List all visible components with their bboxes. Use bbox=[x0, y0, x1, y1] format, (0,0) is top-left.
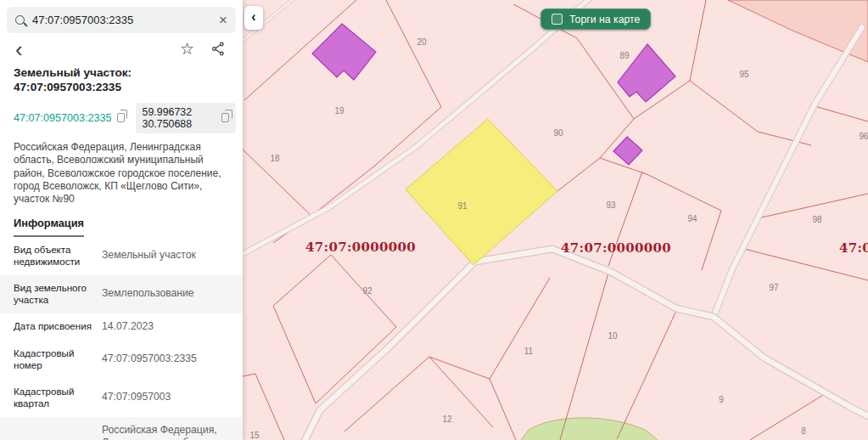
parcel-number: 20 bbox=[417, 37, 427, 47]
parcel-number: 91 bbox=[457, 201, 468, 211]
quarter-code-label: 47:07:0000000 bbox=[305, 240, 416, 255]
back-icon[interactable]: ‹ bbox=[10, 42, 28, 57]
parcel-number: 19 bbox=[334, 106, 344, 116]
quarter-code-label: 47:07:0000000 bbox=[561, 240, 671, 256]
coordinates-chip: 59.996732 30.750688 bbox=[136, 103, 236, 133]
favorite-icon[interactable]: ☆ bbox=[180, 41, 194, 57]
row-value: 47:07:0957003 bbox=[102, 391, 171, 404]
table-row: Вид объекта недвижимости Земельный участ… bbox=[0, 237, 243, 275]
parcel-number: 94 bbox=[687, 214, 697, 223]
copy-icon[interactable] bbox=[117, 113, 125, 122]
row-label: Вид объекта недвижимости bbox=[14, 244, 92, 268]
table-row: Кадастровый квартал 47:07:0957003 bbox=[0, 379, 243, 417]
row-label: Кадастровый квартал bbox=[14, 386, 92, 410]
clear-search-icon[interactable]: × bbox=[219, 13, 227, 27]
parcel-number: 8 bbox=[801, 426, 806, 436]
row-value: 14.07.2023 bbox=[102, 320, 154, 334]
table-row: Вид земельного участка Землепользование bbox=[0, 275, 243, 313]
auctions-button-label: Торги на карте bbox=[569, 14, 640, 25]
map-area: 47:07:0000000 47:07:0000000 47:07:000000… bbox=[243, 0, 868, 440]
table-row: Кадастровый номер 47:07:0957003:2335 bbox=[0, 341, 243, 379]
cadastral-map-app: × ‹ ☆ Земельный участок: 47:07:0957003:2… bbox=[0, 0, 868, 440]
search-icon bbox=[15, 15, 25, 25]
row-value: Земельный участок bbox=[102, 249, 196, 262]
parcel-number: 96 bbox=[859, 132, 868, 141]
row-label: Вид земельного участка bbox=[14, 282, 92, 307]
cadnum-link[interactable]: 47:07:0957003:2335 bbox=[14, 112, 112, 124]
row-label: Кадастровый номер bbox=[14, 347, 92, 372]
parcel-number: 90 bbox=[553, 128, 563, 138]
row-value: Российская Федерация, Ленинградская обла… bbox=[102, 424, 229, 440]
coordinates-value: 59.996732 30.750688 bbox=[143, 106, 215, 130]
tab-information[interactable]: Информация bbox=[14, 217, 84, 237]
address-text: Российская Федерация, Ленинградская обла… bbox=[14, 141, 229, 206]
parcel-number: 12 bbox=[442, 415, 452, 424]
info-table: Вид объекта недвижимости Земельный участ… bbox=[0, 237, 243, 440]
search-input[interactable] bbox=[32, 14, 211, 26]
parcel-number: 9 bbox=[719, 395, 724, 404]
parcel-number: 95 bbox=[739, 70, 749, 79]
checkbox-icon[interactable] bbox=[552, 14, 563, 25]
parcel-number: 98 bbox=[812, 215, 822, 224]
parcel-number: 93 bbox=[606, 200, 616, 210]
search-bar[interactable]: × bbox=[7, 7, 236, 33]
tab-bar: Информация bbox=[14, 215, 236, 237]
parcel-number: 97 bbox=[769, 283, 779, 292]
parcel-number: 15 bbox=[249, 431, 260, 440]
share-icon[interactable] bbox=[211, 42, 226, 56]
page-title: Земельный участок: 47:07:0957003:2335 bbox=[14, 66, 236, 95]
quarter-code-label: 47:07:0000000 bbox=[839, 240, 868, 256]
parcel-number: 11 bbox=[524, 347, 534, 356]
parcel-number: 18 bbox=[270, 154, 280, 163]
row-value: Землепользование bbox=[102, 287, 194, 301]
table-row: Адрес Российская Федерация, Ленинградска… bbox=[0, 417, 243, 440]
row-value: 47:07:0957003:2335 bbox=[102, 353, 197, 366]
sidebar: × ‹ ☆ Земельный участок: 47:07:0957003:2… bbox=[0, 0, 243, 440]
chevron-left-icon: ‹ bbox=[251, 9, 255, 25]
row-label: Дата присвоения bbox=[14, 320, 92, 332]
toolbar: ‹ ☆ bbox=[7, 33, 236, 59]
parcel-number: 92 bbox=[362, 286, 372, 296]
table-row: Дата присвоения 14.07.2023 bbox=[0, 313, 243, 341]
cadastral-number-row: 47:07:0957003:2335 59.996732 30.750688 bbox=[14, 103, 236, 133]
parcel-number: 10 bbox=[608, 331, 618, 341]
parcel-number: 89 bbox=[619, 51, 630, 60]
map-canvas[interactable]: 47:07:0000000 47:07:0000000 47:07:000000… bbox=[243, 0, 868, 440]
collapse-sidebar-button[interactable]: ‹ bbox=[244, 6, 263, 30]
auctions-on-map-button[interactable]: Торги на карте bbox=[540, 8, 651, 30]
copy-icon[interactable] bbox=[221, 113, 229, 122]
